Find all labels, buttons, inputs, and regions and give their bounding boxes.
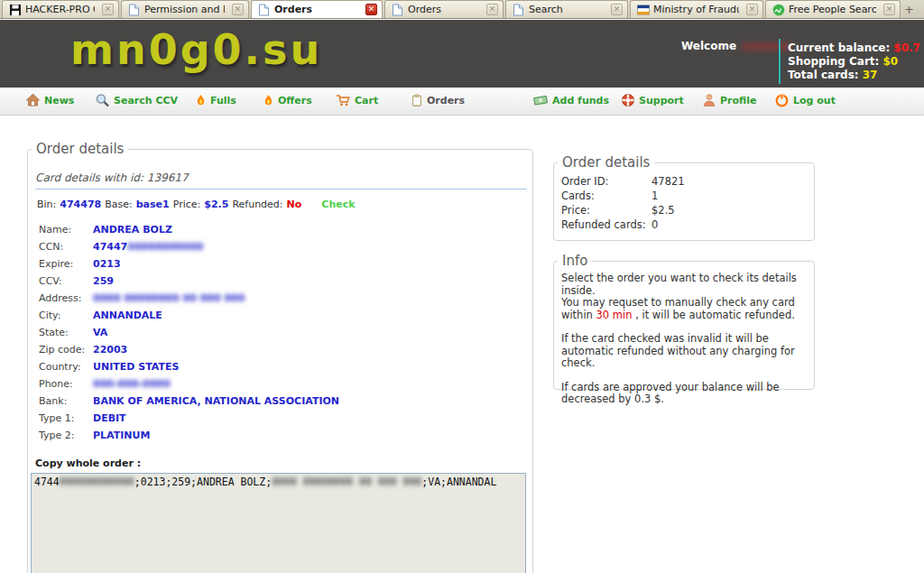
masked-value: 000-000-0000 [93, 378, 171, 390]
card-field-row: Address:0000 00000000 00 000 000 [39, 290, 532, 307]
site-logo[interactable]: mn0g0.su [70, 25, 322, 74]
tab-close-icon[interactable]: ✕ [883, 4, 895, 15]
field-label: CCV: [39, 275, 93, 287]
summary-row: Refunded cards:0 [561, 217, 814, 232]
nav-label: Profile [720, 95, 756, 106]
summary-row: Order ID:47821 [561, 174, 814, 189]
bin-line-segment: Bin: [37, 199, 56, 210]
order-summary-legend: Order details [558, 154, 654, 171]
flame-icon [263, 93, 274, 107]
summary-label: Refunded cards: [561, 217, 651, 232]
browser-tab-3[interactable]: Orders✕ [384, 0, 504, 18]
tab-title: Ministry of Fraudule... [653, 4, 739, 15]
copy-whole-order-label: Copy whole order : [35, 457, 532, 469]
bin-line-segment: Base: [105, 199, 133, 210]
browser-tab-0[interactable]: HACKER-PRO CLUB✕ [2, 0, 119, 18]
tab-close-icon[interactable]: ✕ [611, 4, 623, 15]
stat-label: Total cards: [788, 69, 859, 81]
check-link[interactable]: Check [321, 199, 355, 210]
field-label: Expire: [39, 258, 93, 270]
tab-close-icon[interactable]: ✕ [746, 4, 758, 15]
tab-title: Search [529, 4, 604, 15]
browser-tab-6[interactable]: Free People Search ...✕ [765, 0, 901, 18]
nav-item-orders[interactable]: Orders [411, 93, 465, 107]
info-panel: Info Select the order you want to check … [553, 253, 815, 390]
browser-tab-1[interactable]: Permission and Priv...✕ [121, 0, 249, 18]
field-label: Zip code: [39, 344, 93, 356]
field-value: DEBIT [93, 412, 126, 424]
site-header: mn0g0.su Welcomexxxxxxx Current balance:… [0, 20, 924, 88]
browser-tab-5[interactable]: Ministry of Fraudule...✕ [630, 0, 763, 18]
nav-item-offers[interactable]: Offers [263, 93, 312, 107]
copy-order-textarea[interactable]: 4744000000000000;0213;259;ANDREA BOLZ;00… [31, 473, 526, 573]
field-label: Phone: [39, 378, 93, 390]
card-field-row: Zip code:22003 [39, 341, 532, 358]
bin-line-segment: base1 [136, 199, 170, 210]
username: xxxxxxx [742, 40, 790, 52]
summary-value: 47821 [651, 174, 685, 189]
bin-line-segment: No [287, 199, 302, 210]
green-app-icon [772, 4, 785, 16]
nav-item-cart[interactable]: Cart [336, 93, 378, 107]
bin-line-segment: 474478 [60, 199, 101, 210]
nav-item-profile[interactable]: Profile [702, 93, 756, 107]
lifering-icon [621, 93, 635, 107]
field-value: 4744700000000000 [93, 241, 203, 253]
nav-label: Support [639, 95, 684, 106]
nav-label: Cart [355, 95, 378, 106]
field-value: 000-000-0000 [93, 378, 171, 390]
bin-line-segment: $2.5 [204, 199, 228, 210]
field-label: Address: [39, 292, 93, 304]
tab-close-icon[interactable]: ✕ [102, 4, 114, 15]
summary-row: Price:$2.5 [561, 203, 814, 217]
field-value: 22003 [93, 344, 127, 356]
bin-summary-line: Bin:474478Base:base1Price:$2.5Refunded:N… [37, 199, 532, 210]
info-paragraph: Select the order you want to check its d… [561, 273, 808, 321]
field-label: CCN: [39, 241, 93, 253]
person-icon [702, 93, 716, 107]
field-value: PLATINUM [93, 430, 150, 441]
summary-label: Cards: [561, 189, 651, 203]
field-value: UNITED STATES [93, 361, 179, 373]
floppy-icon [9, 4, 22, 16]
card-field-row: Name:ANDREA BOLZ [39, 221, 532, 238]
field-label: Type 1: [39, 412, 93, 424]
masked-value: 000000000000 [60, 476, 134, 488]
masked-value: 0000 00000000 00 000 000 [272, 476, 421, 488]
summary-value: 1 [651, 189, 658, 203]
tab-close-icon[interactable]: ✕ [232, 4, 244, 15]
tab-close-icon[interactable]: ✕ [365, 4, 377, 15]
nav-label: Offers [278, 95, 312, 106]
tab-close-icon[interactable]: ✕ [486, 4, 498, 15]
power-icon [774, 93, 790, 107]
field-value: 259 [93, 275, 114, 287]
card-field-row: Phone:000-000-0000 [39, 375, 532, 393]
order-details-legend: Order details [32, 141, 128, 157]
new-tab-button[interactable]: + [904, 3, 914, 18]
card-field-row: Type 1:DEBIT [39, 410, 532, 427]
account-stats: Current balance:$0.7Shopping Cart:$0Tota… [788, 42, 920, 82]
stat-value: 37 [863, 69, 878, 81]
card-field-row: Bank:BANK OF AMERICA, NATIONAL ASSOCIATI… [39, 393, 532, 410]
nav-item-add-funds[interactable]: Add funds [532, 93, 609, 107]
browser-tab-2[interactable]: Orders✕ [251, 0, 383, 18]
nav-item-news[interactable]: News [25, 93, 74, 107]
page-icon [392, 4, 404, 16]
info-text: Select the order you want to check its d… [561, 273, 808, 406]
browser-tab-4[interactable]: Search✕ [505, 0, 628, 18]
tab-title: Free People Search ... [789, 4, 876, 15]
order-details-panel: Order details Card details with id: 1396… [27, 141, 533, 573]
card-details-subtitle: Card details with id: 139617 [35, 171, 527, 189]
nav-label: Add funds [552, 95, 609, 106]
field-value: 0000 00000000 00 000 000 [93, 292, 245, 304]
card-field-row: City:ANNANDALE [39, 307, 532, 324]
order-summary-panel: Order details Order ID:47821Cards:1Price… [553, 154, 815, 241]
field-value: ANNANDALE [93, 310, 162, 321]
nav-item-search-ccv[interactable]: Search CCV [95, 93, 178, 107]
visa-icon [637, 4, 650, 16]
order-summary-rows: Order ID:47821Cards:1Price:$2.5Refunded … [554, 174, 814, 232]
nav-item-fulls[interactable]: Fulls [195, 93, 236, 107]
clipboard-icon [411, 93, 423, 107]
nav-item-support[interactable]: Support [621, 93, 684, 107]
nav-item-log-out[interactable]: Log out [774, 93, 836, 107]
